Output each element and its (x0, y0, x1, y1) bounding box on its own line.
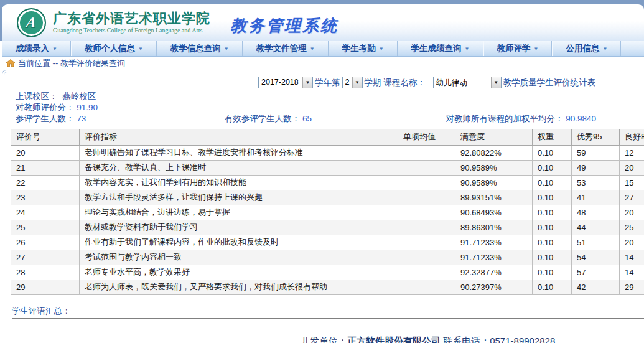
cell-no: 24 (11, 205, 80, 220)
footer-dev-label: 开发单位： (301, 336, 347, 343)
cell-indicator: 理论与实践相结合，边讲边练，易于掌握 (80, 205, 398, 220)
cell-indicator: 作业有助于我们了解课程内容，作业的批改和反馈及时 (80, 235, 398, 250)
cell-weight: 0.10 (533, 220, 572, 235)
cell-indicator: 备课充分、教学认真、上下课准时 (80, 161, 398, 176)
cell-satisfaction: 91.71233% (455, 250, 533, 265)
table-body: 20老师明确告知了课程学习目标、教学进度安排和考核评分标准92.80822%0.… (11, 146, 644, 295)
course-select-value: 幼儿律动 (434, 77, 491, 88)
column-header: 优秀95 (572, 129, 620, 146)
teacher-score-line: 对教师评价分： 91.90 (16, 102, 644, 113)
chevron-down-icon: ▼ (302, 77, 312, 88)
nav-bar: 成绩录入▼教师个人信息▼教学信息查询▼教学文件管理▼学生考勤▼学生成绩查询▼教师… (2, 41, 644, 57)
cell-excellent: 42 (572, 280, 620, 295)
report-title: 教学质量学生评价统计表 (503, 77, 596, 88)
cell-satisfaction: 91.71233% (455, 235, 533, 250)
cell-weight: 0.10 (533, 176, 572, 190)
chevron-down-icon: ▼ (379, 46, 384, 52)
chevron-down-icon: ▼ (52, 46, 57, 52)
cell-no: 29 (11, 280, 80, 295)
cell-excellent: 44 (572, 220, 620, 235)
cell-item-avg (398, 280, 455, 295)
course-select[interactable]: 幼儿律动 ▼ (433, 77, 502, 88)
nav-item-2[interactable]: 教学信息查询▼ (157, 41, 243, 56)
nav-item-label: 教师评学 (497, 43, 531, 54)
header-panel: A 广东省外语艺术职业学院 Guangdong Teachers College… (2, 4, 644, 41)
cell-weight: 0.10 (533, 190, 572, 205)
nav-item-label: 学生考勤 (342, 43, 376, 54)
teacher-score-value: 91.90 (77, 103, 98, 112)
cell-no: 22 (11, 176, 80, 190)
cell-good: 14 (620, 250, 644, 265)
breadcrumb-text: 当前位置 -- 教学评价结果查询 (18, 58, 125, 69)
cell-indicator: 老师明确告知了课程学习目标、教学进度安排和考核评分标准 (80, 146, 398, 161)
nav-item-3[interactable]: 教学文件管理▼ (243, 41, 329, 56)
year-select[interactable]: 2017-2018 ▼ (258, 77, 313, 88)
chevron-down-icon: ▼ (602, 46, 607, 52)
cell-weight: 0.10 (533, 280, 572, 295)
table-row: 27考试范围与教学内容相一致91.71233%0.105414 (11, 250, 644, 265)
cell-item-avg (398, 235, 455, 250)
cell-indicator: 教材或教学资料有助于我们学习 (80, 220, 398, 235)
nav-item-label: 教师个人信息 (85, 43, 135, 54)
school-logo-icon: A (17, 8, 46, 37)
year-suffix-label: 学年第 (315, 77, 340, 88)
cell-no: 27 (11, 250, 80, 265)
table-row: 20老师明确告知了课程学习目标、教学进度安排和考核评分标准92.80822%0.… (11, 146, 644, 161)
term-select-value: 2 (343, 77, 352, 88)
cell-excellent: 49 (572, 161, 620, 176)
table-row: 24理论与实践相结合，边讲边练，易于掌握90.68493%0.104820 (11, 205, 644, 220)
cell-good: 27 (620, 190, 644, 205)
nav-item-7[interactable]: 公用信息▼ (552, 41, 621, 56)
cell-satisfaction: 89.86301% (455, 220, 533, 235)
cell-no: 26 (11, 235, 80, 250)
cell-weight: 0.10 (533, 161, 572, 176)
year-select-value: 2017-2018 (259, 77, 302, 88)
cell-no: 28 (11, 265, 80, 280)
term-select[interactable]: 2 ▼ (342, 77, 363, 88)
school-name-block: 广东省外语艺术职业学院 Guangdong Teachers College o… (53, 11, 210, 34)
column-header: 满意度 (455, 129, 533, 146)
table-row: 25教材或教学资料有助于我们学习89.86301%0.104425 (11, 220, 644, 235)
cell-satisfaction: 90.68493% (455, 205, 533, 220)
participants-value: 73 (77, 114, 86, 123)
column-header: 权重 (533, 129, 572, 146)
nav-item-6[interactable]: 教师评学▼ (483, 41, 553, 56)
column-header: 良好85 (620, 129, 644, 146)
cell-excellent: 48 (572, 205, 620, 220)
valid-participants-label: 有效参评学生人数： (225, 114, 301, 123)
nav-item-0[interactable]: 成绩录入▼ (2, 41, 71, 56)
column-header: 单项均值 (398, 129, 455, 146)
nav-item-5[interactable]: 学生成绩查询▼ (398, 41, 483, 56)
chevron-down-icon: ▼ (310, 46, 315, 52)
cell-good: 20 (620, 205, 644, 220)
chevron-down-icon: ▼ (224, 46, 229, 52)
participants-line: 参评学生人数： 73 有效参评学生人数： 65 对教师所有课程的加权平均分： 9… (16, 113, 644, 125)
cell-satisfaction: 90.9589% (455, 176, 533, 190)
cell-satisfaction: 89.93151% (455, 190, 533, 205)
table-row: 26作业有助于我们了解课程内容，作业的批改和反馈及时91.71233%0.105… (11, 235, 644, 250)
campus-line: 上课校区： 燕岭校区 (16, 91, 644, 102)
footer-phone: 0571-89902828 (490, 336, 555, 343)
chevron-down-icon: ▼ (534, 46, 539, 52)
cell-item-avg (398, 176, 455, 190)
cell-good: 15 (620, 176, 644, 190)
cell-good: 20 (620, 161, 644, 176)
cell-good: 20 (620, 235, 644, 250)
nav-item-4[interactable]: 学生考勤▼ (329, 41, 398, 56)
footer: 开发单位：正方软件股份有限公司 联系电话：0571-89902828 (301, 336, 555, 343)
cell-weight: 0.10 (533, 250, 572, 265)
cell-excellent: 53 (572, 176, 620, 190)
comments-label: 学生评语汇总： (12, 306, 644, 317)
cell-no: 23 (11, 190, 80, 205)
cell-satisfaction: 90.27397% (455, 280, 533, 295)
system-title: 教务管理系统 (230, 15, 338, 37)
cell-weight: 0.10 (533, 235, 572, 250)
nav-item-1[interactable]: 教师个人信息▼ (71, 41, 157, 56)
campus-value: 燕岭校区 (62, 92, 96, 101)
cell-indicator: 考试范围与教学内容相一致 (80, 250, 398, 265)
nav-item-label: 教学信息查询 (170, 43, 221, 54)
cell-satisfaction: 90.9589% (455, 161, 533, 176)
cell-item-avg (398, 146, 455, 161)
term-suffix-label: 学期 课程名称： (365, 77, 426, 88)
table-header-row: 评价号评价指标单项均值满意度权重优秀95良好85 (11, 129, 644, 146)
